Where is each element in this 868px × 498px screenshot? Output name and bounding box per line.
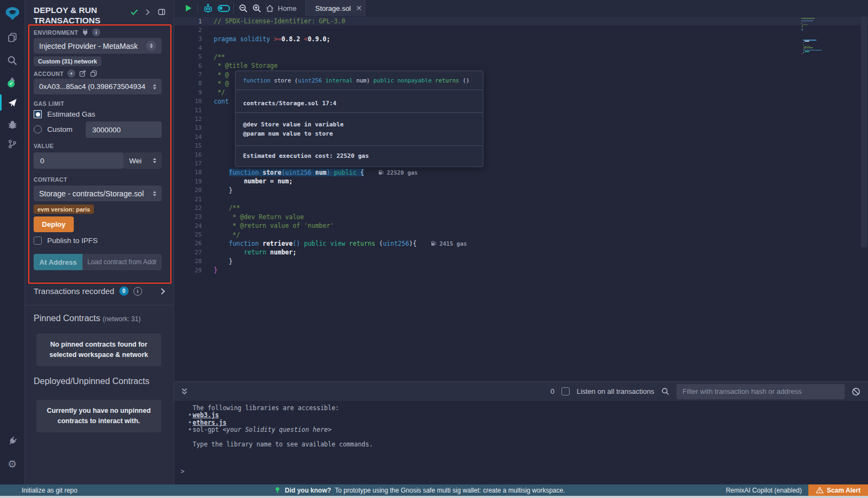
line-number: 23 (174, 213, 202, 220)
code-line-20[interactable]: 20 } (174, 186, 868, 194)
code-line-5[interactable]: 5/** (174, 53, 868, 61)
scam-alert-button[interactable]: Scam Alert (808, 484, 868, 496)
web3-link[interactable]: web3.js (193, 412, 219, 419)
line-number: 17 (174, 160, 202, 167)
gas-estimate-hint: 22520 gas (378, 169, 418, 176)
home-tab-label: Home (278, 4, 297, 12)
line-number: 16 (174, 151, 202, 158)
contract-label: CONTRACT (34, 176, 67, 183)
tab-home[interactable]: Home (260, 0, 302, 16)
terminal-prompt[interactable]: > (181, 468, 184, 475)
code-line-3[interactable]: 3pragma solidity >=0.8.2 <0.9.0; (174, 35, 868, 43)
copy-account-icon[interactable] (90, 70, 97, 77)
tip-text: To prototype using the Gnosis safe multi… (335, 487, 565, 494)
account-select[interactable]: 0xA03...85ac4 (0.398673504934 (34, 79, 162, 94)
terminal[interactable]: The following libraries are accessible: … (174, 401, 868, 484)
code-line-29[interactable]: 29} (174, 266, 868, 274)
sidebar-item-debugger[interactable] (0, 115, 24, 133)
tooltip-gas-estimate: Estimated execution cost: 22520 gas (235, 146, 483, 167)
pin-panel-icon[interactable] (157, 8, 166, 16)
editor-scrollbar[interactable] (860, 16, 868, 381)
run-script-button[interactable] (181, 0, 195, 16)
value-unit-select[interactable]: Wei (124, 152, 162, 169)
line-number: 5 (174, 53, 202, 60)
sol-gpt-command: sol-gpt <your Solidity question here> (193, 426, 331, 433)
custom-gas-input[interactable] (86, 122, 162, 138)
deploy-button[interactable]: Deploy (34, 216, 74, 232)
sidebar-item-plugin-manager[interactable] (0, 432, 24, 450)
add-account-icon[interactable]: + (67, 69, 75, 78)
publish-ipfs-checkbox[interactable] (34, 237, 42, 245)
environment-info-icon[interactable]: i (92, 28, 100, 36)
code-line-19[interactable]: 19 number = num; (174, 177, 868, 186)
copilot-toggle[interactable] (215, 0, 232, 16)
publish-ipfs-label: Publish to IPFS (47, 237, 98, 245)
terminal-collapse-icon[interactable] (181, 387, 188, 396)
deployed-empty-message: Currently you have no unpinned contracts… (36, 400, 161, 432)
main-area: Home Storage.sol ✕ 1// SPDX-License-Iden… (174, 0, 868, 484)
tab-storage-sol[interactable]: Storage.sol ✕ (305, 0, 365, 16)
code-line-22[interactable]: 22 /** (174, 203, 868, 212)
environment-select[interactable]: Injected Provider - MetaMask (34, 38, 162, 54)
publish-ipfs-row[interactable]: Publish to IPFS (34, 237, 98, 245)
terminal-search-icon[interactable] (661, 387, 669, 395)
transactions-info-icon[interactable]: i (133, 287, 142, 296)
code-line-18[interactable]: 18 function store(uint256 num) public {2… (174, 168, 868, 177)
code-line-27[interactable]: 27 return number; (174, 248, 868, 257)
network-badge: Custom (31) network (34, 56, 101, 66)
minimap[interactable] (801, 18, 853, 55)
code-line-2[interactable]: 2 (174, 25, 868, 34)
search-icon (7, 55, 17, 66)
sidebar-item-git[interactable] (0, 135, 24, 153)
contract-select[interactable]: Storage - contracts/Storage.sol (34, 186, 162, 201)
code-line-21[interactable]: 21 (174, 195, 868, 203)
copilot-status[interactable]: RemixAI Copilot (enabled) (726, 484, 802, 496)
sidebar-item-solidity-compiler[interactable]: ✓ (0, 73, 24, 91)
custom-gas-option[interactable]: Custom (34, 125, 73, 133)
sign-message-icon[interactable] (79, 70, 86, 77)
listen-all-transactions-checkbox[interactable] (561, 387, 570, 395)
tip-label: Did you know? (285, 487, 331, 494)
code-line-23[interactable]: 23 * @dev Return value (174, 213, 868, 221)
value-input[interactable] (34, 152, 124, 169)
file-explorer-icon (7, 32, 18, 43)
listen-all-transactions-label: Listen on all transactions (577, 387, 654, 395)
select-arrows-icon (146, 41, 156, 51)
code-editor[interactable]: 1// SPDX-License-Identifier: GPL-3.023pr… (174, 16, 868, 381)
panel-expand-chevron-icon[interactable] (145, 9, 151, 15)
at-address-button[interactable]: At Address (34, 254, 82, 270)
transactions-recorded-label: Transactions recorded (34, 286, 114, 296)
sidebar-item-file-explorer[interactable] (0, 28, 24, 47)
zoom-out-button[interactable] (237, 0, 250, 16)
code-line-26[interactable]: 26 function retrieve() public view retur… (174, 239, 868, 248)
remix-logo[interactable] (0, 3, 24, 24)
environment-plug-icon[interactable] (82, 29, 88, 36)
sidebar-item-deploy-run[interactable] (0, 93, 24, 112)
sidebar-item-settings[interactable]: ⚙ (0, 455, 24, 473)
line-number: 18 (174, 169, 202, 176)
estimated-gas-radio[interactable] (34, 110, 42, 118)
transactions-expand-chevron-icon[interactable] (159, 288, 166, 295)
ethers-link[interactable]: ethers.js (193, 419, 226, 426)
code-line-4[interactable]: 4 (174, 43, 868, 52)
close-tab-icon[interactable]: ✕ (356, 4, 362, 12)
clear-terminal-icon[interactable] (852, 387, 860, 396)
code-line-6[interactable]: 6 * @title Storage (174, 61, 868, 70)
transaction-filter-input[interactable] (676, 384, 845, 399)
code-line-24[interactable]: 24 * @return value of 'number' (174, 221, 868, 230)
line-number: 1 (174, 18, 202, 25)
estimated-gas-option[interactable]: Estimated Gas (34, 110, 95, 118)
git-init-button[interactable]: Initialize as git repo (22, 484, 78, 496)
line-number: 12 (174, 116, 202, 123)
sidebar-item-search[interactable] (0, 51, 24, 69)
line-number: 26 (174, 240, 202, 247)
code-line-28[interactable]: 28 } (174, 257, 868, 266)
line-number: 3 (174, 35, 202, 42)
at-address-input[interactable] (82, 254, 162, 270)
scrollbar-thumb[interactable] (861, 16, 867, 247)
code-line-1[interactable]: 1// SPDX-License-Identifier: GPL-3.0 (174, 17, 868, 25)
account-selected-value: 0xA03...85ac4 (0.398673504934 (39, 82, 145, 91)
remixai-copilot-button[interactable] (201, 0, 215, 16)
custom-gas-radio[interactable] (34, 125, 42, 133)
code-line-25[interactable]: 25 */ (174, 230, 868, 239)
